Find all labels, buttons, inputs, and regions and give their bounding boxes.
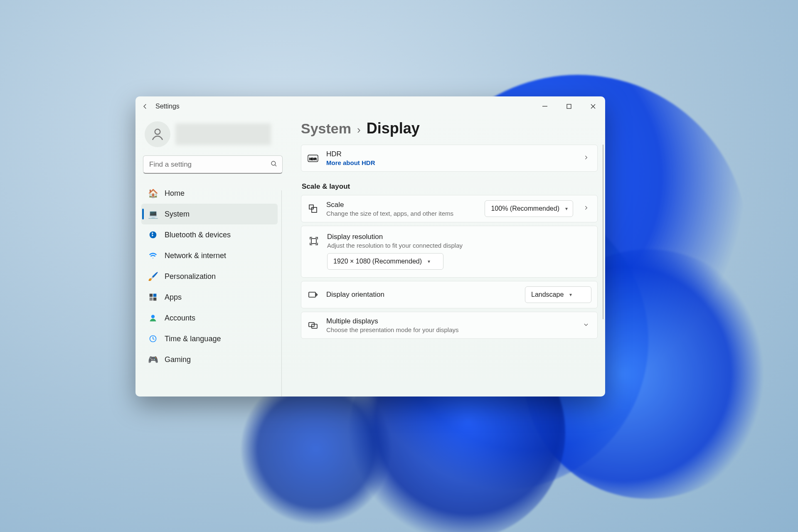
breadcrumb-parent[interactable]: System <box>301 121 351 137</box>
breadcrumb: System › Display <box>301 120 598 137</box>
sidebar-item-label: Time & language <box>165 335 221 343</box>
section-scale-layout: Scale & layout <box>302 182 598 191</box>
hdr-row[interactable]: HDR HDR More about HDR <box>301 145 598 172</box>
window-title: Settings <box>155 103 180 110</box>
svg-rect-8 <box>153 298 157 301</box>
clock-globe-icon <box>148 334 158 344</box>
sidebar: 🏠 Home 💻 System Bluetooth & devices <box>135 116 290 397</box>
bluetooth-icon <box>148 230 158 240</box>
sidebar-item-label: Apps <box>165 293 182 302</box>
scale-icon <box>307 204 319 214</box>
sidebar-item-accounts[interactable]: Accounts <box>141 308 278 328</box>
sidebar-item-apps[interactable]: Apps <box>141 287 278 308</box>
user-profile[interactable] <box>141 118 286 155</box>
svg-point-3 <box>271 161 276 165</box>
gamepad-icon: 🎮 <box>148 355 158 365</box>
svg-rect-5 <box>150 294 153 297</box>
orientation-icon <box>307 290 319 300</box>
wifi-icon <box>148 251 158 261</box>
minimize-button[interactable] <box>533 96 557 116</box>
chevron-right-icon <box>581 155 591 162</box>
hdr-title: HDR <box>326 150 573 158</box>
scale-title: Scale <box>326 201 477 209</box>
svg-point-4 <box>150 232 157 239</box>
svg-rect-14 <box>312 207 317 212</box>
multiple-displays-icon <box>307 320 319 330</box>
sidebar-divider <box>281 190 282 397</box>
sidebar-item-gaming[interactable]: 🎮 Gaming <box>141 349 278 370</box>
svg-rect-1 <box>567 104 571 108</box>
sidebar-item-network[interactable]: Network & internet <box>141 245 278 266</box>
chevron-down-icon: ▾ <box>569 292 572 298</box>
minimize-icon <box>542 104 547 109</box>
chevron-right-icon[interactable] <box>581 205 591 212</box>
sidebar-item-label: Personalization <box>165 272 216 281</box>
resolution-value: 1920 × 1080 (Recommended) <box>333 258 422 265</box>
maximize-icon <box>566 104 571 109</box>
orientation-title: Display orientation <box>326 291 517 299</box>
orientation-value: Landscape <box>531 291 564 298</box>
main-content: System › Display HDR HDR More about HDR … <box>290 116 605 397</box>
user-name-redacted <box>175 123 271 145</box>
sidebar-item-label: Network & internet <box>165 251 226 260</box>
resolution-subtitle: Adjust the resolution to fit your connec… <box>327 242 591 249</box>
sidebar-item-label: Bluetooth & devices <box>165 231 231 239</box>
sidebar-item-time-language[interactable]: Time & language <box>141 328 278 349</box>
person-icon <box>150 127 165 142</box>
maximize-button[interactable] <box>557 96 581 116</box>
sidebar-item-home[interactable]: 🏠 Home <box>141 183 278 204</box>
settings-window: Settings <box>135 96 605 397</box>
resolution-dropdown[interactable]: 1920 × 1080 (Recommended) ▾ <box>327 253 443 270</box>
scale-subtitle: Change the size of text, apps, and other… <box>326 210 477 217</box>
svg-point-2 <box>155 129 160 135</box>
svg-rect-0 <box>542 106 547 106</box>
sidebar-item-label: Home <box>165 189 185 198</box>
svg-rect-7 <box>150 298 153 301</box>
titlebar: Settings <box>135 96 605 116</box>
system-icon: 💻 <box>148 209 158 219</box>
scale-row[interactable]: Scale Change the size of text, apps, and… <box>301 195 598 222</box>
multiple-displays-row[interactable]: Multiple displays Choose the presentatio… <box>301 312 598 339</box>
svg-point-9 <box>151 315 155 318</box>
multiple-displays-title: Multiple displays <box>326 317 573 325</box>
sidebar-item-label: Gaming <box>165 355 191 364</box>
paintbrush-icon: 🖌️ <box>148 271 158 281</box>
scale-value: 100% (Recommended) <box>491 205 559 212</box>
svg-rect-16 <box>309 292 315 297</box>
scrollbar[interactable] <box>603 145 603 319</box>
page-title: Display <box>367 120 420 137</box>
sidebar-item-bluetooth[interactable]: Bluetooth & devices <box>141 224 278 245</box>
sidebar-item-personalization[interactable]: 🖌️ Personalization <box>141 266 278 287</box>
home-icon: 🏠 <box>148 188 158 198</box>
search-input[interactable] <box>143 155 283 174</box>
resolution-icon <box>308 236 320 246</box>
sidebar-nav: 🏠 Home 💻 System Bluetooth & devices <box>141 183 286 370</box>
multiple-displays-subtitle: Choose the presentation mode for your di… <box>326 326 573 333</box>
svg-rect-6 <box>153 294 157 297</box>
orientation-dropdown[interactable]: Landscape ▾ <box>525 286 591 303</box>
account-icon <box>148 313 158 323</box>
close-button[interactable] <box>581 96 605 116</box>
svg-rect-13 <box>309 205 313 209</box>
orientation-row: Display orientation Landscape ▾ <box>301 281 598 308</box>
chevron-right-icon: › <box>357 123 361 136</box>
sidebar-item-system[interactable]: 💻 System <box>141 204 278 224</box>
resolution-row: Display resolution Adjust the resolution… <box>301 226 598 278</box>
sidebar-item-label: Accounts <box>165 314 195 323</box>
sidebar-item-label: System <box>165 210 190 219</box>
close-icon <box>591 104 596 109</box>
chevron-down-icon: ▾ <box>565 206 568 212</box>
svg-text:HDR: HDR <box>309 157 317 160</box>
svg-rect-15 <box>311 239 316 244</box>
arrow-left-icon <box>141 103 149 110</box>
scale-dropdown[interactable]: 100% (Recommended) ▾ <box>485 200 573 217</box>
hdr-icon: HDR <box>307 155 319 162</box>
chevron-down-icon <box>581 322 591 329</box>
avatar <box>145 121 170 147</box>
apps-icon <box>148 292 158 302</box>
chevron-down-icon: ▾ <box>428 259 430 264</box>
back-button[interactable] <box>135 96 155 116</box>
resolution-title: Display resolution <box>327 233 591 241</box>
hdr-link[interactable]: More about HDR <box>326 159 573 166</box>
search-icon <box>270 160 278 169</box>
